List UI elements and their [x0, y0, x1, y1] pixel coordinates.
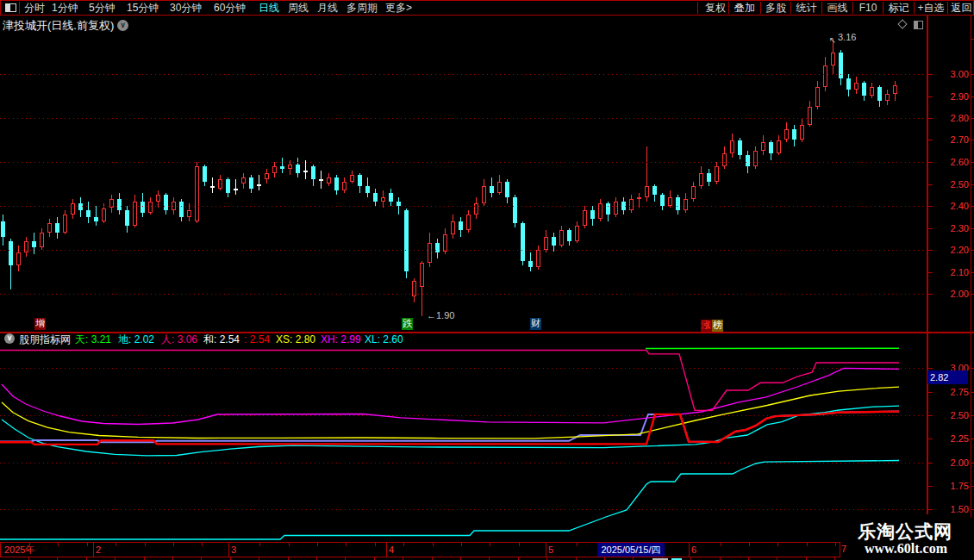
week-tick — [346, 543, 347, 546]
window-icon[interactable] — [5, 3, 16, 12]
price-label: 2.10 — [929, 267, 969, 277]
candle — [575, 226, 579, 241]
week-tick — [749, 543, 750, 546]
candle — [544, 237, 548, 250]
event-badge-跌[interactable]: 跌 — [402, 318, 413, 330]
event-badge-财[interactable]: 财 — [530, 318, 541, 330]
diamond-icon[interactable] — [897, 19, 907, 28]
candle — [707, 173, 711, 182]
candle — [342, 182, 347, 190]
menu-item-统计[interactable]: 统计 — [791, 3, 821, 14]
indicator-value-badge: 2.82 — [927, 370, 968, 384]
candle — [288, 165, 292, 169]
candle — [497, 182, 502, 193]
candle — [715, 166, 719, 182]
page-icon[interactable] — [914, 21, 923, 29]
time-axis-label-3: 3 — [231, 544, 236, 556]
week-tick — [403, 543, 404, 546]
price-label: 2.90 — [929, 91, 969, 102]
candle — [311, 166, 315, 179]
candle — [280, 166, 284, 169]
candle — [296, 165, 300, 173]
candle — [327, 177, 331, 184]
candle — [373, 193, 378, 202]
week-tick — [433, 543, 434, 546]
candle — [536, 250, 540, 267]
menu-item-30分钟[interactable]: 30分钟 — [170, 3, 202, 14]
indicator-axis-label: 2.75 — [929, 387, 969, 397]
week-tick — [116, 543, 116, 546]
menu-item-叠加[interactable]: 叠加 — [729, 3, 760, 14]
week-tick — [721, 543, 721, 546]
menu-item-多股[interactable]: 多股 — [761, 3, 790, 14]
candle — [195, 166, 199, 221]
candle — [319, 179, 323, 181]
event-badge-榜[interactable]: 榜 — [712, 320, 723, 332]
candle — [567, 230, 571, 241]
title-chevron-icon[interactable]: ∨ — [117, 20, 128, 31]
menu-item-标记[interactable]: 标记 — [883, 3, 914, 14]
candle — [241, 177, 246, 184]
menu-item-多周期[interactable]: 多周期 — [347, 3, 378, 14]
candle — [660, 195, 665, 206]
menu-item-画线[interactable]: 画线 — [822, 3, 852, 14]
candle — [257, 184, 261, 186]
week-tick — [202, 543, 203, 546]
menu-item-返回[interactable]: 返回 — [948, 3, 974, 14]
candle — [699, 173, 703, 186]
menu-item-更多>[interactable]: 更多> — [385, 3, 412, 14]
candle — [428, 243, 432, 263]
candle — [722, 153, 727, 166]
indicator-axis-label: 1.75 — [929, 481, 969, 491]
menu-item-复权[interactable]: 复权 — [702, 3, 728, 14]
menu-item-周线[interactable]: 周线 — [288, 3, 309, 14]
high-annotation: 3.16 — [838, 33, 856, 42]
indicator-lines — [0, 332, 927, 557]
candle — [203, 166, 207, 182]
main-gridline — [0, 162, 927, 163]
candle — [1, 221, 5, 237]
week-tick — [87, 543, 88, 546]
indicator-line-hong — [0, 412, 899, 445]
price-label: 2.70 — [929, 134, 969, 145]
candle — [854, 83, 858, 90]
candle — [676, 197, 680, 210]
candle — [435, 243, 440, 252]
price-label: 2.80 — [929, 113, 969, 123]
menu-item-15分钟[interactable]: 15分钟 — [127, 3, 159, 14]
candle — [746, 155, 750, 166]
time-axis-label-6: 6 — [691, 544, 696, 556]
candle — [164, 195, 168, 210]
menu-item-60分钟[interactable]: 60分钟 — [214, 3, 246, 14]
menu-item-日线[interactable]: 日线 — [259, 3, 279, 14]
time-axis-label-2025年: 2025年 — [4, 544, 34, 556]
menu-item-分时[interactable]: 分时 — [24, 3, 45, 14]
candle — [528, 261, 533, 268]
menu-item-5分钟[interactable]: 5分钟 — [89, 3, 116, 14]
menu-item-+自选[interactable]: +自选 — [915, 3, 947, 14]
menu-item-1分钟[interactable]: 1分钟 — [52, 3, 78, 14]
candle — [404, 210, 409, 271]
event-badge-涨[interactable]: 涨 — [701, 320, 712, 332]
candle-wick — [282, 158, 283, 173]
candle — [668, 197, 672, 206]
event-badge-增[interactable]: 增 — [34, 318, 46, 330]
candle — [389, 193, 393, 202]
price-label: 2.50 — [929, 179, 969, 190]
candle — [140, 202, 145, 213]
candle — [55, 223, 59, 232]
price-label: 2.20 — [929, 245, 969, 255]
main-gridline — [0, 206, 927, 207]
candle — [187, 210, 191, 217]
candle — [691, 186, 696, 199]
right-edge-ruler[interactable] — [971, 16, 971, 518]
time-axis[interactable]: 2025年23456 — [0, 542, 840, 557]
candle — [102, 208, 106, 221]
week-tick — [577, 543, 578, 546]
month-separator — [546, 543, 546, 557]
candle — [466, 215, 471, 230]
week-tick — [173, 543, 174, 546]
menu-item-月线[interactable]: 月线 — [317, 3, 338, 14]
candle — [684, 199, 688, 210]
menu-item-F10[interactable]: F10 — [853, 3, 883, 14]
